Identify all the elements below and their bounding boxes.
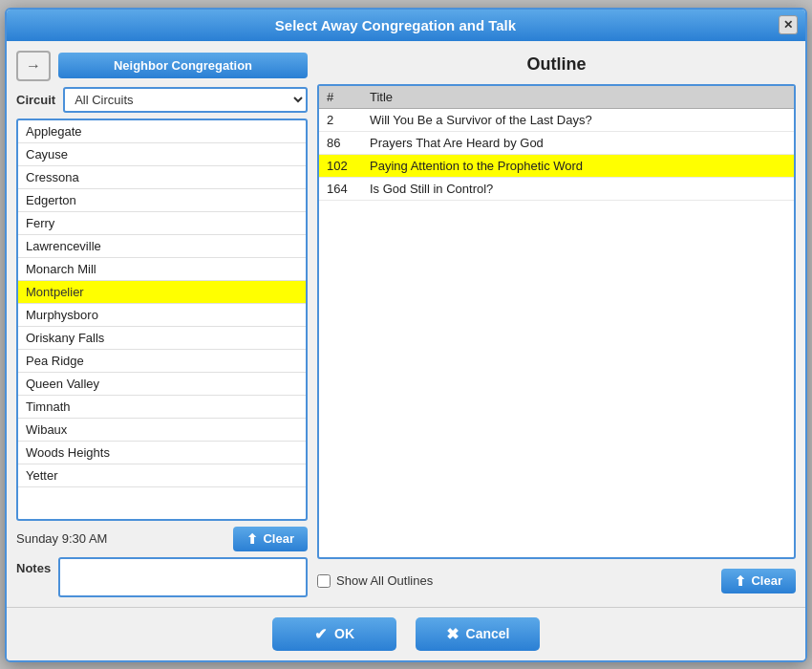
- cancel-icon: ✖: [446, 625, 459, 643]
- ok-icon: ✔: [314, 625, 327, 643]
- list-item[interactable]: Woods Heights: [18, 442, 306, 464]
- list-item[interactable]: Pea Ridge: [18, 350, 306, 373]
- list-item[interactable]: Monarch Mill: [18, 258, 306, 281]
- list-item[interactable]: Wibaux: [18, 419, 306, 442]
- show-all-checkbox[interactable]: [317, 574, 331, 588]
- neighbor-congregation-button[interactable]: Neighbor Congregation: [58, 53, 308, 78]
- cancel-label: Cancel: [466, 626, 510, 641]
- row-title: Prayers That Are Heard by God: [362, 131, 794, 154]
- list-item[interactable]: Ferry: [18, 212, 306, 235]
- list-item[interactable]: Cressona: [18, 166, 306, 189]
- circuit-label: Circuit: [16, 93, 55, 107]
- clear-outline-icon: ⬆: [735, 573, 746, 589]
- clear-time-button[interactable]: ⬆ Clear: [233, 527, 308, 551]
- row-number: 86: [319, 131, 362, 154]
- footer: ✔ OK ✖ Cancel: [7, 607, 805, 660]
- time-label: Sunday 9:30 AM: [16, 531, 225, 546]
- list-item[interactable]: Montpelier: [18, 281, 306, 304]
- list-item[interactable]: Yetter: [18, 464, 306, 487]
- neighbor-congregation-row: → Neighbor Congregation: [16, 51, 308, 81]
- col-title-header: Title: [362, 86, 794, 109]
- close-button[interactable]: ✕: [779, 15, 798, 34]
- list-item[interactable]: Murphysboro: [18, 304, 306, 327]
- table-row[interactable]: 164Is God Still in Control?: [319, 177, 794, 200]
- row-number: 164: [319, 177, 362, 200]
- time-row: Sunday 9:30 AM ⬆ Clear: [16, 527, 308, 551]
- arrow-button[interactable]: →: [16, 51, 51, 81]
- title-bar: Select Away Congregation and Talk ✕: [7, 10, 805, 41]
- dialog-title: Select Away Congregation and Talk: [275, 17, 516, 33]
- row-number: 2: [319, 108, 362, 131]
- congregation-list[interactable]: ApplegateCayuseCressonaEdgertonFerryLawr…: [16, 119, 308, 521]
- outline-table: # Title 2Will You Be a Survivor of the L…: [319, 86, 794, 201]
- show-all-row: Show All Outlines: [317, 573, 433, 588]
- circuit-row: Circuit All Circuits: [16, 87, 308, 113]
- outline-bottom: Show All Outlines ⬆ Clear: [317, 565, 796, 597]
- list-item[interactable]: Edgerton: [18, 189, 306, 212]
- notes-row: Notes: [16, 557, 308, 597]
- left-panel: → Neighbor Congregation Circuit All Circ…: [16, 51, 308, 597]
- notes-input[interactable]: [58, 557, 308, 597]
- row-title: Is God Still in Control?: [362, 177, 794, 200]
- ok-button[interactable]: ✔ OK: [272, 617, 396, 651]
- notes-label: Notes: [16, 557, 51, 575]
- content-area: → Neighbor Congregation Circuit All Circ…: [7, 41, 805, 607]
- col-number-header: #: [319, 86, 362, 109]
- arrow-icon: →: [26, 57, 41, 75]
- clear-outline-button[interactable]: ⬆ Clear: [721, 569, 796, 593]
- outline-table-container[interactable]: # Title 2Will You Be a Survivor of the L…: [317, 84, 796, 559]
- ok-label: OK: [334, 626, 354, 641]
- row-title: Paying Attention to the Prophetic Word: [362, 154, 794, 177]
- clear-outline-label: Clear: [751, 573, 782, 588]
- clear-time-icon: ⬆: [246, 531, 258, 547]
- list-item[interactable]: Queen Valley: [18, 373, 306, 396]
- list-item[interactable]: Cayuse: [18, 143, 306, 166]
- dialog: Select Away Congregation and Talk ✕ → Ne…: [5, 8, 807, 662]
- table-row[interactable]: 102Paying Attention to the Prophetic Wor…: [319, 154, 794, 177]
- outline-title: Outline: [317, 51, 796, 78]
- list-item[interactable]: Oriskany Falls: [18, 327, 306, 350]
- right-panel: Outline # Title 2Will You Be a Survivor …: [317, 51, 796, 597]
- row-number: 102: [319, 154, 362, 177]
- clear-time-label: Clear: [263, 531, 294, 546]
- show-all-label[interactable]: Show All Outlines: [336, 573, 433, 588]
- list-item[interactable]: Lawrenceville: [18, 235, 306, 258]
- row-title: Will You Be a Survivor of the Last Days?: [362, 108, 794, 131]
- list-item[interactable]: Applegate: [18, 120, 306, 143]
- table-row[interactable]: 2Will You Be a Survivor of the Last Days…: [319, 108, 794, 131]
- table-row[interactable]: 86Prayers That Are Heard by God: [319, 131, 794, 154]
- cancel-button[interactable]: ✖ Cancel: [416, 617, 540, 651]
- circuit-select[interactable]: All Circuits: [63, 87, 308, 113]
- list-item[interactable]: Timnath: [18, 396, 306, 419]
